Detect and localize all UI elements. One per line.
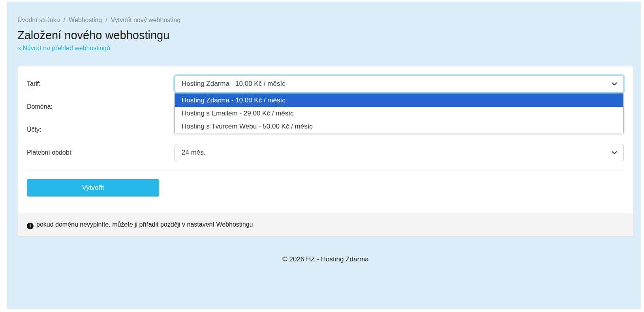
tarif-option-hosting-s-tvurcem-webu[interactable]: Hosting s Tvurcem Webu - 50,00 Kč / měsí… — [175, 120, 623, 133]
tarif-label: Tarif: — [27, 80, 175, 87]
obdobi-row: Platební období: 24 měs. — [27, 144, 624, 161]
tarif-select[interactable]: Hosting Zdarma - 10,00 Kč / měsíc — [175, 75, 624, 93]
create-button[interactable]: Vytvořit — [27, 179, 159, 197]
obdobi-select[interactable]: 24 měs. — [175, 144, 624, 161]
domain-note-text: pokud doménu nevyplníte, můžete ji přiřa… — [36, 221, 253, 228]
tarif-select-value: Hosting Zdarma - 10,00 Kč / měsíc — [182, 80, 608, 88]
breadcrumb-separator: / — [64, 17, 65, 24]
breadcrumb: Úvodní stránka / Webhosting / Vytvořit n… — [17, 2, 634, 24]
page-background: Úvodní stránka / Webhosting / Vytvořit n… — [7, 2, 641, 309]
form-divider — [27, 170, 624, 170]
obdobi-select-value: 24 měs. — [182, 149, 608, 157]
card-body: Tarif: Hosting Zdarma - 10,00 Kč / měsíc… — [18, 66, 633, 213]
new-webhosting-card: Tarif: Hosting Zdarma - 10,00 Kč / měsíc… — [17, 66, 634, 236]
tarif-option-hosting-zdarma[interactable]: Hosting Zdarma - 10,00 Kč / měsíc — [175, 94, 623, 107]
tarif-control: Hosting Zdarma - 10,00 Kč / měsíc Hostin… — [175, 75, 624, 93]
breadcrumb-home-link[interactable]: Úvodní stránka — [17, 17, 60, 24]
obdobi-label: Platební období: — [27, 149, 175, 156]
back-to-overview-link[interactable]: « Návrat na přehled webhostingů — [17, 45, 110, 52]
tarif-option-hosting-s-emailem[interactable]: Hosting s Emailem - 29,00 Kč / měsíc — [175, 107, 623, 120]
page-title: Založení nového webhostingu — [17, 29, 634, 42]
content-area: Úvodní stránka / Webhosting / Vytvořit n… — [17, 2, 634, 263]
obdobi-control: 24 měs. — [175, 144, 624, 161]
card-footer-note: ipokud doménu nevyplníte, můžete ji přiř… — [18, 213, 633, 236]
domena-label: Doména: — [27, 103, 175, 110]
breadcrumb-current-page[interactable]: Vytvořit nový webhosting — [111, 17, 180, 24]
info-icon: i — [27, 223, 34, 229]
ucty-label: Účty: — [27, 126, 175, 133]
chevron-down-icon — [612, 82, 617, 86]
breadcrumb-separator: / — [105, 17, 107, 24]
tarif-dropdown-list: Hosting Zdarma - 10,00 Kč / měsíc Hostin… — [175, 93, 623, 133]
tarif-row: Tarif: Hosting Zdarma - 10,00 Kč / měsíc… — [27, 75, 624, 93]
copyright-text: © 2026 HZ - Hosting Zdarma — [17, 255, 634, 263]
chevron-down-icon — [612, 151, 617, 155]
breadcrumb-webhosting-link[interactable]: Webhosting — [69, 17, 102, 24]
